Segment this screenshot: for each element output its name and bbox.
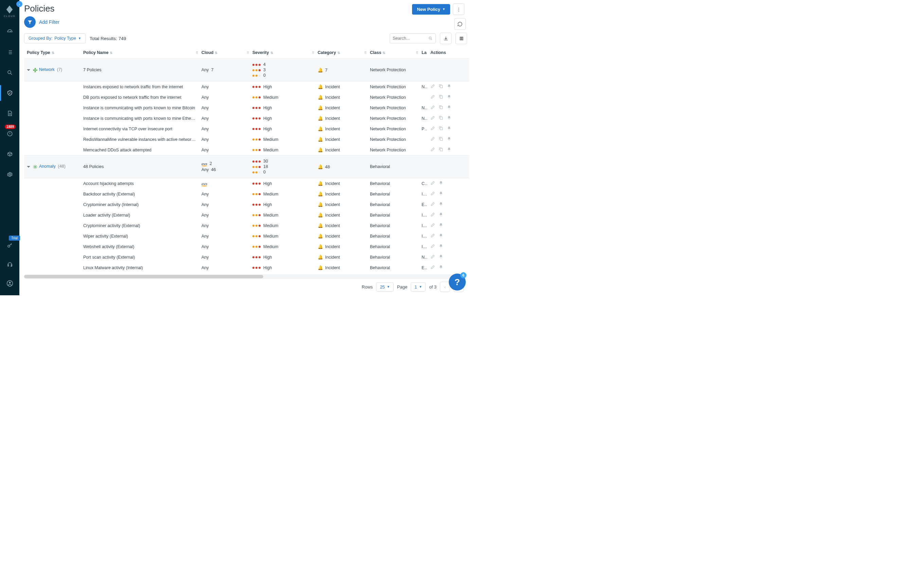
row-action-bell[interactable] xyxy=(447,115,451,121)
row-action-bell[interactable] xyxy=(439,191,443,197)
row-action-bell[interactable] xyxy=(439,181,443,186)
nav-dashboard[interactable] xyxy=(0,27,19,37)
table-row[interactable]: Dropper activity (Internal)AnyHigh🔔Incid… xyxy=(24,273,469,274)
horizontal-scrollbar[interactable] xyxy=(24,274,467,279)
row-action-bell[interactable] xyxy=(439,244,443,250)
row-action-edit[interactable] xyxy=(430,201,435,207)
row-action-copy[interactable] xyxy=(439,115,443,121)
undo-button[interactable] xyxy=(454,18,466,30)
row-action-copy[interactable] xyxy=(439,94,443,100)
row-action-bell[interactable] xyxy=(439,201,443,207)
col-category[interactable]: Category⇅⠿ xyxy=(315,47,367,59)
row-action-edit[interactable] xyxy=(430,191,435,197)
page-select[interactable]: 1▼ xyxy=(411,282,426,292)
group-row[interactable]: Anomaly (48)48 Policiesaws 2Any 4630180🔔… xyxy=(24,155,469,178)
row-action-bell[interactable] xyxy=(439,254,443,260)
table-row[interactable]: Instance is communicating with ports kno… xyxy=(24,103,469,113)
download-button[interactable] xyxy=(440,32,451,44)
table-row[interactable]: Account hijacking attemptsawsHigh🔔Incide… xyxy=(24,178,469,189)
filter-chip[interactable] xyxy=(24,16,36,28)
row-action-edit[interactable] xyxy=(430,94,435,100)
row-action-edit[interactable] xyxy=(430,222,435,229)
row-action-bell[interactable] xyxy=(447,94,451,100)
cell-category: 🔔Incident xyxy=(315,241,367,252)
table-row[interactable]: Loader activity (External)AnyMedium🔔Inci… xyxy=(24,210,469,220)
table-row[interactable]: Instance is communicating with ports kno… xyxy=(24,113,469,124)
search-input[interactable] xyxy=(393,36,428,41)
bell-icon: 🔔 xyxy=(318,95,323,100)
row-action-bell[interactable] xyxy=(447,126,451,132)
table-row[interactable]: DB ports exposed to network traffic from… xyxy=(24,92,469,103)
table-row[interactable]: Wiper activity (External)AnyMedium🔔Incid… xyxy=(24,231,469,241)
col-severity[interactable]: Severity⇅⠿ xyxy=(250,47,315,59)
col-policy-name[interactable]: Policy Name⇅⠿ xyxy=(81,47,199,59)
row-action-edit[interactable] xyxy=(430,244,435,250)
row-action-copy[interactable] xyxy=(439,126,443,132)
nav-support[interactable] xyxy=(0,259,19,269)
nav-settings[interactable] xyxy=(0,169,19,179)
nav-policies[interactable] xyxy=(0,88,19,98)
nav-trial[interactable]: Trial xyxy=(0,240,19,250)
table-row[interactable]: Cryptominer activity (External)AnyMedium… xyxy=(24,220,469,231)
help-fab[interactable]: ? 6 xyxy=(449,274,466,290)
row-action-copy[interactable] xyxy=(439,147,443,153)
columns-button[interactable] xyxy=(456,32,467,44)
row-action-edit[interactable] xyxy=(430,147,435,153)
search-box[interactable] xyxy=(389,33,436,44)
col-policy-type[interactable]: Policy Type⇅ xyxy=(24,47,81,59)
cell-severity: Medium xyxy=(250,134,315,145)
rows-per-page-select[interactable]: 25▼ xyxy=(376,282,393,292)
nav-reports[interactable] xyxy=(0,108,19,118)
col-actions: Actions xyxy=(428,47,469,59)
row-action-copy[interactable] xyxy=(439,105,443,111)
row-action-edit[interactable] xyxy=(430,84,435,90)
row-action-edit[interactable] xyxy=(430,115,435,121)
row-action-bell[interactable] xyxy=(447,105,451,111)
table-row[interactable]: Cryptominer activity (Internal)AnyHigh🔔I… xyxy=(24,199,469,210)
row-action-edit[interactable] xyxy=(430,126,435,132)
nav-list[interactable] xyxy=(0,47,19,57)
expand-sidebar-button[interactable]: › xyxy=(16,1,23,7)
col-class[interactable]: Class⇅⠿ xyxy=(367,47,419,59)
row-action-bell[interactable] xyxy=(439,233,443,239)
row-action-bell[interactable] xyxy=(439,222,443,229)
nav-search[interactable] xyxy=(0,68,19,78)
row-action-bell[interactable] xyxy=(447,137,451,142)
table-row[interactable]: Backdoor activity (External)AnyMedium🔔In… xyxy=(24,189,469,199)
row-action-edit[interactable] xyxy=(430,181,435,186)
nav-profile[interactable] xyxy=(0,278,19,288)
row-action-bell[interactable] xyxy=(439,212,443,218)
row-action-edit[interactable] xyxy=(430,233,435,239)
row-action-edit[interactable] xyxy=(430,265,435,271)
row-action-edit[interactable] xyxy=(430,212,435,218)
table-row[interactable]: RedisWannaMine vulnerable instances with… xyxy=(24,134,469,145)
cell-cloud: Any xyxy=(199,113,250,124)
new-policy-button[interactable]: New Policy ▼ xyxy=(412,4,450,15)
row-action-bell[interactable] xyxy=(447,84,451,90)
group-row[interactable]: Network (7)7 PoliciesAny 7430🔔7Network P… xyxy=(24,59,469,81)
row-action-bell[interactable] xyxy=(439,265,443,271)
nav-inventory[interactable] xyxy=(0,149,19,159)
table-row[interactable]: Port scan activity (External)AnyHigh🔔Inc… xyxy=(24,252,469,263)
add-filter-link[interactable]: Add Filter xyxy=(39,19,60,25)
nav-alerts[interactable]: 1889 xyxy=(0,129,19,139)
row-action-edit[interactable] xyxy=(430,105,435,111)
scrollbar-thumb[interactable] xyxy=(24,275,263,278)
row-action-edit[interactable] xyxy=(430,137,435,142)
col-cloud[interactable]: Cloud⇅⠿ xyxy=(199,47,250,59)
table-row[interactable]: Instances exposed to network traffic fro… xyxy=(24,81,469,92)
gauge-icon xyxy=(7,29,13,35)
row-action-edit[interactable] xyxy=(430,254,435,260)
table-row[interactable]: Webshell activity (External)AnyMedium🔔In… xyxy=(24,241,469,252)
cell-category: 🔔Incident xyxy=(315,252,367,263)
group-by-selector[interactable]: Grouped By:Policy Type ▼ xyxy=(24,33,86,44)
row-action-copy[interactable] xyxy=(439,84,443,90)
row-action-bell[interactable] xyxy=(447,147,451,153)
table-row[interactable]: Linux Malware activity (Internal)AnyHigh… xyxy=(24,263,469,273)
row-action-copy[interactable] xyxy=(439,137,443,142)
table-row[interactable]: Memcached DDoS attack attemptedAnyMedium… xyxy=(24,145,469,155)
cell-policy-name: Instance is communicating with ports kno… xyxy=(81,113,199,124)
more-menu-button[interactable]: ⋮ xyxy=(453,3,464,15)
table-row[interactable]: Internet connectivity via TCP over insec… xyxy=(24,124,469,134)
col-labels[interactable]: La xyxy=(419,47,428,59)
